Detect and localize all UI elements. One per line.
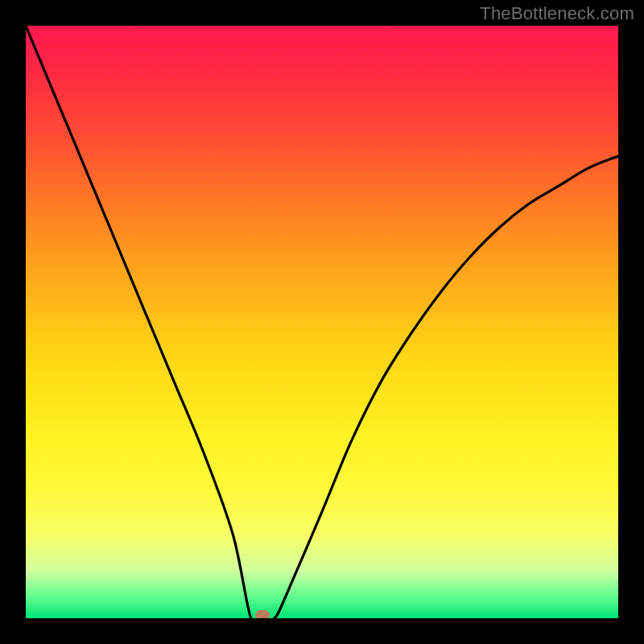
optimal-marker	[255, 610, 270, 618]
bottleneck-curve-path	[26, 26, 618, 618]
curve-svg	[26, 26, 618, 618]
watermark-text: TheBottleneck.com	[480, 3, 634, 24]
chart-frame: TheBottleneck.com	[0, 0, 644, 644]
plot-area	[26, 26, 618, 618]
